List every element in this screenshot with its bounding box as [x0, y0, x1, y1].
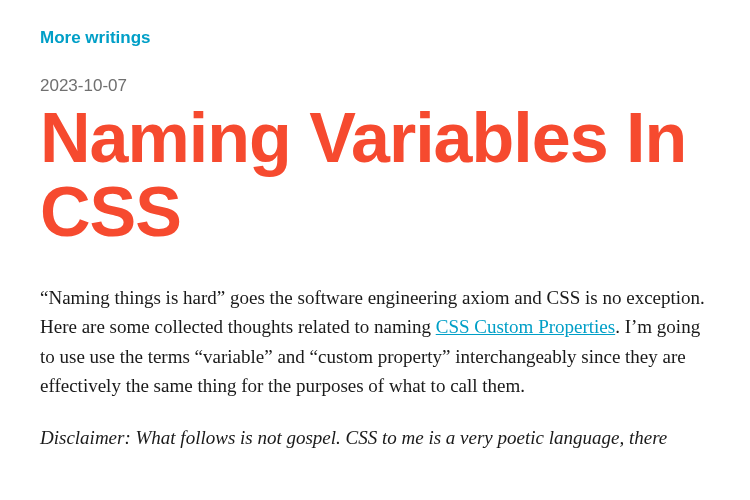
- article-title: Naming Variables In CSS: [40, 102, 710, 249]
- article-date: 2023-10-07: [40, 76, 710, 96]
- more-writings-link[interactable]: More writings: [40, 28, 151, 48]
- css-custom-properties-link[interactable]: CSS Custom Properties: [436, 316, 615, 337]
- article-disclaimer: Disclaimer: What follows is not gospel. …: [40, 423, 710, 452]
- article-intro: “Naming things is hard” goes the softwar…: [40, 283, 710, 401]
